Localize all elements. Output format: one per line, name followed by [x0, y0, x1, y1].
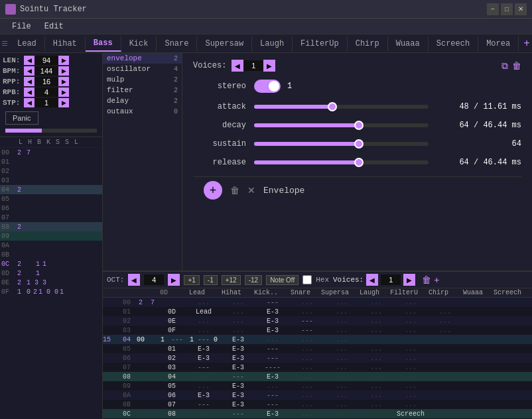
- inst-item-mulp[interactable]: mulp 2: [103, 74, 182, 85]
- table-row[interactable]: 06 02 E-3 E-3 --- ... ... ... ...: [103, 353, 532, 363]
- tab-snare[interactable]: Snare: [157, 36, 197, 51]
- table-row[interactable]: 07 03 --- E-3 ---- ... ... ... ...: [103, 363, 532, 372]
- list-item[interactable]: 03: [0, 176, 102, 185]
- inst-item-outaux[interactable]: outaux 0: [103, 106, 182, 117]
- inst-item-delay[interactable]: delay 2: [103, 95, 182, 106]
- stereo-toggle[interactable]: [254, 80, 281, 93]
- tab-morea[interactable]: Morea: [478, 36, 519, 51]
- step-minus12-button[interactable]: -12: [245, 275, 262, 285]
- sustain-slider[interactable]: [254, 142, 429, 146]
- list-item[interactable]: 09: [0, 231, 102, 241]
- tab-laugh[interactable]: Laugh: [252, 36, 293, 51]
- note-off-button[interactable]: Note Off: [266, 275, 299, 285]
- voices-copy-button[interactable]: ⧉: [501, 60, 508, 72]
- oct-inc-button[interactable]: ▶: [168, 274, 180, 286]
- oct-input[interactable]: 4: [144, 274, 164, 285]
- table-row[interactable]: 09 05 ... E-3 ... ... ... ... ...: [103, 381, 532, 390]
- step-plus1-button[interactable]: +1: [184, 275, 199, 285]
- list-item[interactable]: 06: [0, 204, 102, 213]
- voices-prev-button[interactable]: ◀: [232, 60, 243, 72]
- rpp-input[interactable]: 16: [34, 77, 58, 86]
- attack-slider[interactable]: [254, 105, 429, 109]
- list-item[interactable]: 0B: [0, 250, 102, 259]
- table-row[interactable]: 0B 07 --- E-3 --- ... ... ... ...: [103, 400, 532, 409]
- stp-dec-button[interactable]: ◀: [24, 98, 34, 107]
- table-row[interactable]: 0A 06 E-3 E-3 --- ... ... ... ...: [103, 390, 532, 400]
- rpp-dec-button[interactable]: ◀: [24, 77, 34, 86]
- tab-hihat[interactable]: Hihat: [45, 36, 86, 51]
- voices-next-button[interactable]: ▶: [263, 60, 275, 72]
- step-plus12-button[interactable]: +12: [222, 275, 241, 285]
- menu-file[interactable]: File: [5, 21, 38, 32]
- release-slider[interactable]: [254, 160, 429, 164]
- menu-edit[interactable]: Edit: [38, 21, 70, 32]
- bpm-input[interactable]: 144: [34, 66, 58, 76]
- stp-input[interactable]: 1: [34, 98, 58, 107]
- tab-bass[interactable]: Bass: [86, 36, 121, 52]
- tracker-voices-prev[interactable]: ◀: [366, 274, 378, 286]
- table-row[interactable]: 08 04 ... --- E-3 ... ... ... ...: [103, 372, 532, 381]
- oct-dec-button[interactable]: ◀: [128, 274, 140, 286]
- len-inc-button[interactable]: ▶: [58, 56, 69, 65]
- bpm-dec-button[interactable]: ◀: [24, 66, 34, 76]
- rpb-inc-button[interactable]: ▶: [58, 88, 69, 97]
- maximize-button[interactable]: □: [501, 3, 513, 15]
- list-item[interactable]: 0D21: [0, 269, 102, 278]
- tab-drag-handle[interactable]: [0, 38, 9, 48]
- add-unit-button[interactable]: +: [204, 181, 222, 200]
- step-minus1-button[interactable]: -1: [204, 275, 218, 285]
- delete-unit-button[interactable]: 🗑: [230, 185, 239, 196]
- tracker-add-button[interactable]: +: [434, 274, 439, 285]
- tab-supersaw[interactable]: Supersaw: [197, 36, 252, 51]
- table-row[interactable]: 05 01 E-3 E-3 --- ... ... ... ...: [103, 344, 532, 353]
- tab-filterup[interactable]: FilterUp: [293, 36, 348, 51]
- panic-button[interactable]: Panic: [5, 111, 38, 125]
- list-item[interactable]: 0F1021 0 01: [0, 287, 102, 296]
- len-input[interactable]: 94: [34, 56, 58, 65]
- tracker-voices-input[interactable]: 1: [381, 274, 401, 285]
- bpm-inc-button[interactable]: ▶: [58, 66, 69, 76]
- len-dec-button[interactable]: ◀: [24, 56, 34, 65]
- inst-item-oscillator[interactable]: oscillator 4: [103, 64, 182, 74]
- list-item[interactable]: 02: [0, 166, 102, 176]
- progress-bar: [5, 129, 97, 133]
- list-item[interactable]: 0027: [0, 148, 102, 157]
- table-row[interactable]: 00 2 7 ... ... --- ... ... ... ...: [103, 298, 532, 307]
- rpb-dec-button[interactable]: ◀: [24, 88, 34, 97]
- rpp-inc-button[interactable]: ▶: [58, 77, 69, 86]
- table-row[interactable]: 01 0D Lead ... E-3 ... ... ... ... ...: [103, 307, 532, 316]
- table-row[interactable]: 03 0F ... ... E-3 --- ... ... ... ...: [103, 326, 532, 335]
- progress-fill: [5, 129, 42, 133]
- list-item[interactable]: 01: [0, 157, 102, 166]
- tab-wuaaa[interactable]: Wuaaa: [388, 36, 429, 51]
- inst-item-envelope[interactable]: envelope 2: [103, 53, 182, 64]
- tracker-voices-next[interactable]: ▶: [403, 274, 415, 286]
- inst-item-filter[interactable]: filter 2: [103, 85, 182, 95]
- list-item[interactable]: 05: [0, 194, 102, 204]
- list-item[interactable]: 0A: [0, 241, 102, 250]
- list-item[interactable]: 0C211: [0, 259, 102, 269]
- stp-inc-button[interactable]: ▶: [58, 98, 69, 107]
- tracker-voices-label: Voices:: [333, 276, 364, 284]
- list-item[interactable]: 082: [0, 222, 102, 231]
- table-row[interactable]: 02 0E ... ... E-3 --- ... ... ... ...: [103, 316, 532, 326]
- rpb-input[interactable]: 4: [34, 88, 58, 97]
- list-item[interactable]: 07: [0, 213, 102, 222]
- voices-delete-button[interactable]: 🗑: [512, 60, 521, 72]
- tab-screech[interactable]: Screech: [429, 36, 478, 51]
- minimize-button[interactable]: −: [487, 3, 499, 15]
- tab-kick[interactable]: Kick: [121, 36, 157, 51]
- tracker-delete-button[interactable]: 🗑: [422, 274, 431, 285]
- decay-slider[interactable]: [254, 123, 429, 127]
- list-item[interactable]: 042: [0, 185, 102, 194]
- tab-add-button[interactable]: +: [521, 36, 532, 52]
- hex-checkbox[interactable]: [302, 275, 312, 284]
- table-row[interactable]: 15 04 00 1 --- 1 --- 0 E-3 ... ... ...: [103, 335, 532, 344]
- tab-chirp[interactable]: Chirp: [348, 36, 388, 51]
- table-row[interactable]: 0C 08 ... --- E-3 ... ... ... Screech: [103, 409, 532, 418]
- close-button[interactable]: ✕: [515, 3, 527, 15]
- close-unit-button[interactable]: ✕: [247, 185, 255, 196]
- voices-input[interactable]: 1: [243, 60, 263, 71]
- tab-lead[interactable]: Lead: [9, 36, 45, 51]
- list-item[interactable]: 0E213 3: [0, 278, 102, 287]
